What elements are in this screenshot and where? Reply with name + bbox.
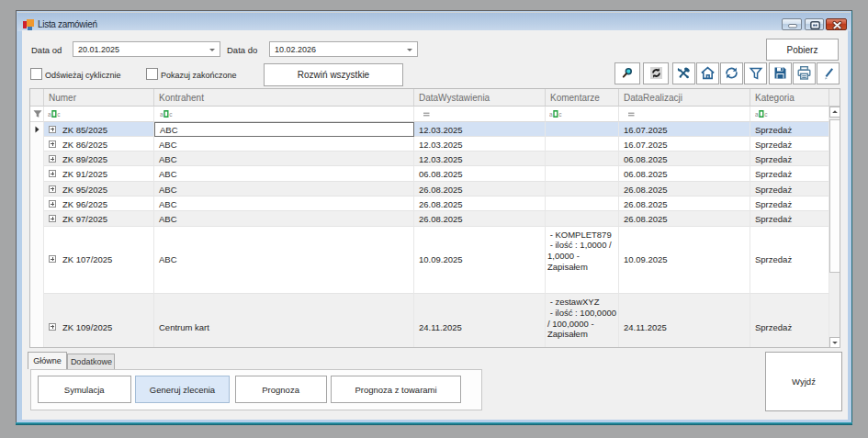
svg-text:a: a bbox=[48, 111, 51, 118]
svg-text:c: c bbox=[558, 111, 562, 118]
svg-text:c: c bbox=[169, 111, 173, 118]
svg-text:a: a bbox=[755, 111, 759, 118]
svg-text:c: c bbox=[764, 111, 768, 118]
svg-text:a: a bbox=[160, 111, 163, 118]
svg-text:a: a bbox=[549, 111, 553, 118]
svg-text:c: c bbox=[57, 111, 61, 118]
